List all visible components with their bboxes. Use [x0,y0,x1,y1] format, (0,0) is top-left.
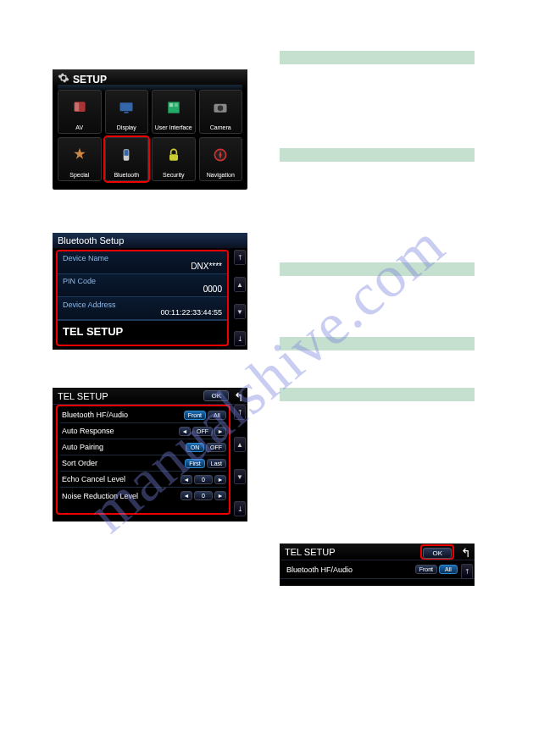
value: 00:11:22:33:44:55 [63,308,222,317]
svg-rect-3 [125,112,129,113]
highlight-bar [280,262,475,276]
tel-setup-options: Bluetooth HF/Audio Front All Auto Respon… [56,405,230,515]
tile-special[interactable]: Special [58,137,102,181]
tile-label: User Interface [155,124,192,130]
value: DNX**** [63,262,222,271]
value: 0 [194,491,213,500]
bluetooth-icon [118,138,135,172]
back-icon[interactable]: ↰ [234,390,244,404]
scroll-down-icon[interactable]: ▼ [234,304,246,319]
camera-icon [212,91,229,124]
tile-security[interactable]: Security [152,137,196,181]
tile-bluetooth[interactable]: Bluetooth [105,137,149,181]
row-auto-pairing: Auto Pairing ON OFF [60,439,226,455]
highlight-bar [280,148,475,162]
display-icon [118,91,135,124]
option-first[interactable]: First [185,459,205,468]
label: Auto Response [62,427,114,435]
option-all[interactable]: All [208,411,226,420]
ok-button[interactable]: OK [203,390,229,401]
lock-icon [165,138,182,172]
ok-button[interactable]: OK [423,548,452,559]
bluetooth-setup-title: Bluetooth Setup [53,233,247,248]
tile-label: Special [69,172,89,178]
row-noise-reduction-level: Noise Reduction Level ◄ 0 ► [60,488,226,504]
scroll-bottom-icon[interactable]: ⤓ [234,501,246,516]
option-last[interactable]: Last [207,459,226,468]
bluetooth-setup-screenshot: Bluetooth Setup Device Name DNX**** PIN … [53,233,247,350]
tile-label: Navigation [207,172,235,178]
row-tel-setup[interactable]: TEL SETUP [58,320,227,342]
decrease-button[interactable]: ◄ [179,427,191,436]
tel-setup-ok-screenshot: TEL SETUP OK ↰ Bluetooth HF/Audio Front … [280,544,475,586]
increase-button[interactable]: ► [214,427,226,436]
svg-point-8 [218,106,224,112]
tile-user-interface[interactable]: User Interface [152,90,196,134]
option-front[interactable]: Front [415,565,437,574]
label: Sort Order [62,459,97,467]
row-echo-cancel-level: Echo Cancel Level ◄ 0 ► [60,472,226,488]
decrease-button[interactable]: ◄ [180,475,192,484]
highlight-bar [280,337,475,350]
label: Auto Pairing [62,443,103,451]
label: Echo Cancel Level [62,475,125,483]
scroll-up-icon[interactable]: ▲ [234,437,246,452]
highlight-bar [280,51,475,64]
tile-label: Bluetooth [114,172,139,178]
setup-menu-screenshot: SETUP AV Display User Interface Camera S… [53,69,247,190]
navigation-icon [212,138,229,172]
option-front[interactable]: Front [184,411,206,420]
tile-navigation[interactable]: Navigation [199,137,243,181]
back-icon[interactable]: ↰ [461,546,471,560]
setup-title: SETUP [73,74,107,86]
increase-button[interactable]: ► [214,491,226,500]
value: 0000 [63,284,222,294]
option-all[interactable]: All [439,565,458,574]
row-pin-code[interactable]: PIN Code 0000 [58,274,227,297]
option-off[interactable]: OFF [206,443,226,452]
tel-setup-title: TEL SETUP [285,547,336,557]
tile-display[interactable]: Display [105,90,149,134]
row-bluetooth-hf-audio: Bluetooth HF/Audio Front All [280,560,475,579]
scroll-top-icon[interactable]: ⤒ [234,250,246,265]
bluetooth-setup-list: Device Name DNX**** PIN Code 0000 Device… [56,250,229,346]
row-device-name[interactable]: Device Name DNX**** [58,251,227,274]
scroll-up-icon[interactable]: ▲ [234,277,246,292]
svg-rect-5 [169,103,173,107]
scroll-top-icon[interactable]: ⤒ [461,564,473,579]
ui-icon [165,91,182,124]
tile-label: Camera [210,124,231,130]
scroll-bottom-icon[interactable]: ⤓ [234,331,246,346]
tile-label: Display [117,124,136,130]
option-on[interactable]: ON [186,443,204,452]
tile-label: AV [75,124,83,130]
increase-button[interactable]: ► [214,475,226,484]
highlight-bar [280,388,475,401]
tel-setup-screenshot: TEL SETUP OK ↰ Bluetooth HF/Audio Front … [53,388,247,521]
row-device-address[interactable]: Device Address 00:11:22:33:44:55 [58,297,227,320]
value: 0 [194,475,213,484]
scroll-column: ⤒ ▲ ▼ ⤓ [234,250,246,346]
decrease-button[interactable]: ◄ [180,491,192,500]
tile-label: Security [163,172,184,178]
av-icon [71,91,88,124]
svg-rect-1 [75,102,79,111]
tile-av[interactable]: AV [58,90,102,134]
svg-rect-11 [169,154,178,161]
scroll-down-icon[interactable]: ▼ [234,469,246,484]
label: Bluetooth HF/Audio [62,411,128,419]
label: Bluetooth HF/Audio [286,566,353,574]
tile-camera[interactable]: Camera [199,90,243,134]
svg-rect-10 [125,150,129,156]
setup-grid: AV Display User Interface Camera Special… [58,90,242,181]
label: Noise Reduction Level [62,492,138,500]
scroll-top-icon[interactable]: ⤒ [234,405,246,420]
special-icon [71,138,88,172]
svg-rect-2 [120,102,133,111]
value: OFF [192,427,213,436]
ok-highlight: OK [420,544,454,560]
tel-setup-title: TEL SETUP [58,391,108,401]
row-sort-order: Sort Order First Last [60,455,226,472]
svg-rect-6 [175,103,178,107]
row-bluetooth-hf-audio: Bluetooth HF/Audio Front All [60,407,226,423]
